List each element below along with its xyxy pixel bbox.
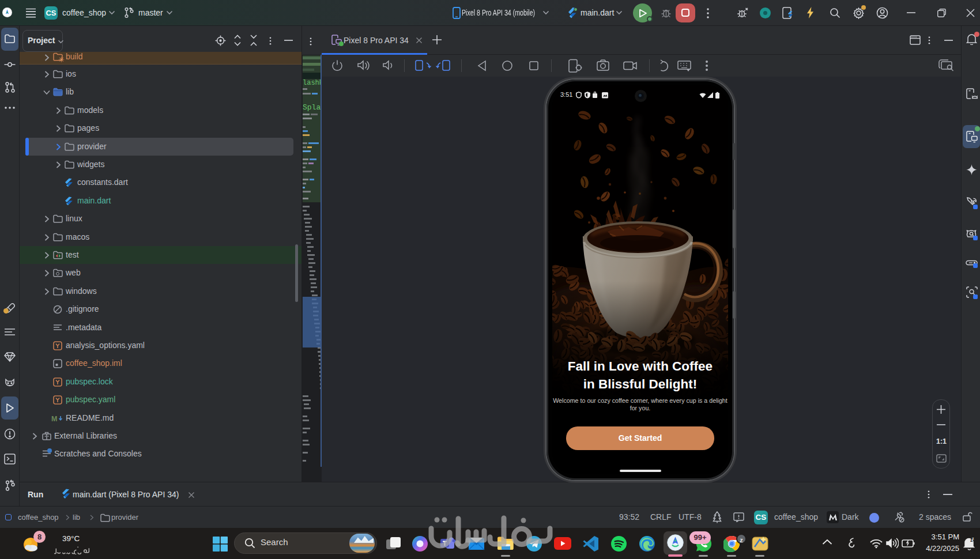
svg-text:z: z — [972, 537, 974, 541]
svg-text:M: M — [51, 415, 57, 422]
svg-text:Splas: Splas — [303, 103, 322, 112]
svg-text:lashP: lashP — [303, 79, 322, 87]
